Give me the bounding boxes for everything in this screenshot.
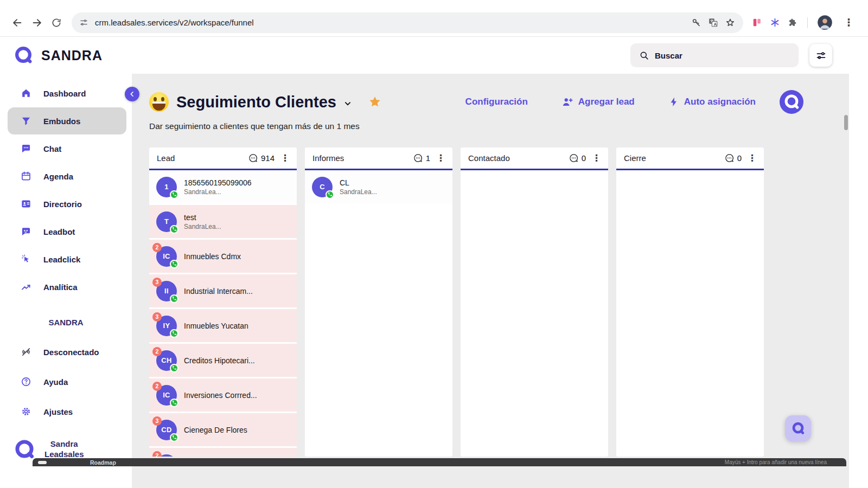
- sidebar-item-label: Chat: [43, 144, 61, 153]
- favorite-star-icon[interactable]: [368, 95, 382, 109]
- sidebar-item-dashboard[interactable]: Dashboard: [8, 80, 126, 107]
- sidebar-item-ajustes[interactable]: Ajustes: [8, 397, 126, 426]
- bookmark-star-icon[interactable]: [725, 17, 736, 28]
- sidebar-item-directorio[interactable]: Directorio: [8, 190, 126, 217]
- lead-card[interactable]: CH2Creditos Hipotecari...: [149, 344, 297, 377]
- toolbar-divider: [807, 17, 808, 28]
- lead-name: CL: [340, 178, 377, 187]
- search-bar[interactable]: [630, 43, 799, 67]
- column-header: Informes1⋮: [305, 147, 452, 170]
- gear-icon: [21, 406, 31, 417]
- signal-off-icon: [21, 346, 31, 357]
- chevron-down-icon[interactable]: [343, 99, 353, 108]
- sidebar-item-agenda[interactable]: Agenda: [8, 163, 126, 190]
- sidebar-collapse-button[interactable]: [125, 87, 139, 101]
- background-window-pill: [38, 461, 47, 464]
- sidebar-item-ayuda[interactable]: Ayuda: [8, 367, 126, 396]
- lead-card[interactable]: TtestSandraLea...: [149, 205, 297, 238]
- click-icon: [21, 254, 31, 265]
- sidebar-nav: DashboardEmbudosChatAgendaDirectorioLead…: [0, 80, 132, 300]
- lead-card[interactable]: II3Industrial Intercam...: [149, 274, 297, 307]
- funnel-actions: Configuración Agregar lead Auto asignaci…: [465, 96, 756, 108]
- sidebar-item-label: Agenda: [43, 172, 73, 181]
- main-content: Seguimiento Clientes Configuración Agreg…: [132, 74, 849, 488]
- column-count: 1: [426, 153, 430, 163]
- browser-menu-icon[interactable]: ⋮: [840, 16, 857, 29]
- agregar-lead-button[interactable]: Agregar lead: [561, 96, 635, 108]
- account-block[interactable]: Sandra Leadsales: [13, 438, 84, 461]
- lead-name: 1856560195099006: [184, 178, 252, 187]
- lead-name: Creditos Hipotecari...: [184, 356, 255, 365]
- sidebar-item-desconectado[interactable]: Desconectado: [8, 337, 126, 367]
- lead-name: Inversiones Corrred...: [184, 391, 257, 400]
- unread-count-badge: 3: [152, 312, 162, 322]
- sidebar-item-leadclick[interactable]: Leadclick: [8, 246, 126, 273]
- chat-count-icon: [413, 153, 423, 163]
- lead-card[interactable]: IC2Inmuebles Cdmx: [149, 240, 297, 273]
- column-header: Contactado0⋮: [461, 147, 608, 170]
- leadsales-logo: [13, 45, 34, 66]
- configuracion-link[interactable]: Configuración: [465, 97, 528, 107]
- whatsapp-badge-icon: [170, 399, 178, 407]
- lead-card[interactable]: IY3Inmuebles Yucatan: [149, 309, 297, 342]
- lead-card[interactable]: CCLSandraLea...: [305, 170, 452, 203]
- translate-icon[interactable]: [708, 17, 718, 28]
- column-menu-button[interactable]: ⋮: [590, 152, 603, 164]
- chart-icon: [21, 281, 31, 292]
- lead-card[interactable]: 11856560195099006SandraLea...: [149, 170, 297, 203]
- search-icon: [639, 50, 649, 61]
- chat-widget-button[interactable]: [785, 415, 811, 441]
- profile-avatar[interactable]: [817, 15, 833, 30]
- background-window-left-text: Roadmap: [90, 459, 116, 466]
- sidebar-item-embudos[interactable]: Embudos: [8, 107, 126, 134]
- funnel-column: Lead914⋮11856560195099006SandraLea...Tte…: [149, 147, 297, 457]
- sidebar-item-chat[interactable]: Chat: [8, 135, 126, 162]
- whatsapp-badge-icon: [170, 260, 178, 268]
- tune-icon[interactable]: [79, 18, 88, 27]
- column-menu-button[interactable]: ⋮: [279, 152, 291, 164]
- extensions-row: ⋮: [752, 15, 857, 30]
- sidebar-section-label: SANDRA: [0, 318, 132, 329]
- lead-name: test: [184, 213, 221, 222]
- whatsapp-badge-icon: [170, 294, 178, 303]
- browser-toolbar: crm.leadsales.services/v2/workspace/funn…: [0, 0, 868, 37]
- pink-extension-icon[interactable]: [752, 17, 762, 28]
- address-bar[interactable]: crm.leadsales.services/v2/workspace/funn…: [72, 12, 743, 33]
- screen: crm.leadsales.services/v2/workspace/funn…: [0, 0, 868, 488]
- sidebar-item-anal-tica[interactable]: Analítica: [8, 273, 126, 300]
- leadsales-logo[interactable]: [780, 90, 803, 114]
- extensions-puzzle-icon[interactable]: [788, 17, 798, 28]
- lead-card[interactable]: IC2Inversiones Corrred...: [149, 378, 297, 412]
- chat-count-icon: [569, 153, 579, 163]
- sidebar-item-label: Leadclick: [43, 255, 80, 264]
- sidebar-footer-nav: DesconectadoAyudaAjustes: [0, 337, 132, 426]
- back-icon[interactable]: [8, 13, 27, 33]
- column-cards: CCLSandraLea...: [305, 170, 452, 203]
- search-input[interactable]: [655, 51, 790, 60]
- scrollbar-thumb[interactable]: [844, 115, 848, 130]
- asterisk-extension-icon[interactable]: [770, 17, 780, 28]
- column-menu-button[interactable]: ⋮: [746, 152, 758, 164]
- unread-count-badge: 2: [152, 451, 162, 457]
- column-menu-button[interactable]: ⋮: [435, 152, 447, 164]
- funnel-column: Cierre0⋮: [616, 147, 764, 457]
- url-text[interactable]: crm.leadsales.services/v2/workspace/funn…: [95, 18, 685, 27]
- sidebar-item-leadbot[interactable]: Leadbot: [8, 218, 126, 245]
- brand-name: SANDRA: [41, 48, 103, 63]
- chat-count-icon: [724, 153, 735, 163]
- lead-card[interactable]: CD3Cienega De Flores: [149, 413, 297, 446]
- lead-card[interactable]: 2: [149, 448, 297, 457]
- key-icon[interactable]: [691, 17, 701, 28]
- column-title: Informes: [312, 153, 344, 163]
- whatsapp-badge-icon: [170, 433, 178, 442]
- person-add-icon: [561, 96, 573, 108]
- reload-icon[interactable]: [47, 13, 66, 33]
- whatsapp-badge-icon: [170, 329, 178, 338]
- forward-icon[interactable]: [27, 13, 47, 33]
- kanban-board: Lead914⋮11856560195099006SandraLea...Tte…: [149, 147, 849, 457]
- filter-sliders-icon[interactable]: [809, 44, 832, 67]
- column-title: Contactado: [468, 153, 510, 163]
- bot-icon: [21, 226, 31, 237]
- whatsapp-badge-icon: [326, 190, 334, 199]
- auto-asignacion-button[interactable]: Auto asignación: [668, 97, 756, 107]
